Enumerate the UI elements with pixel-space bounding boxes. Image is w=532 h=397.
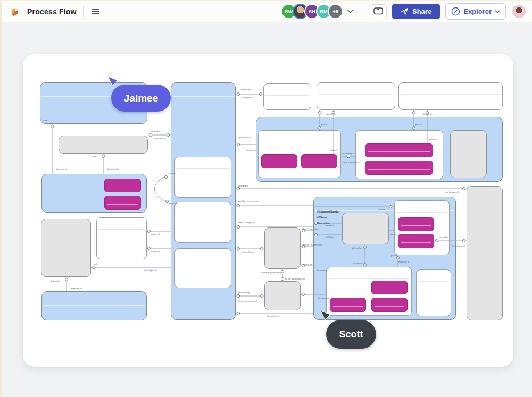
connector-label: subject of [151,233,160,235]
connector-label: adjusted via [154,137,165,140]
connector-label: period of [169,202,177,205]
connector-label: start of [378,208,385,211]
connector-label: enabled via [240,88,251,90]
connector-label: start of [169,172,175,175]
send-icon [401,7,409,15]
connector-label: part of [415,123,421,126]
entity-field: #1 Account Number [317,210,339,213]
connector-label: currently governed by [261,271,281,274]
connector-label: defined for [352,247,362,249]
connector-label: used by / in service to [302,243,322,246]
connector-label: definition of [71,287,81,290]
comment-icon: ” [373,7,383,16]
connector-label: owned by [303,263,312,265]
cursor-pointer-scott [319,309,332,322]
connector-label: an instance of [238,136,251,139]
connector-label: billed for [326,236,334,239]
share-button[interactable]: Share [392,4,440,19]
app-logo-icon[interactable] [10,7,20,16]
connector-label: the location of [445,191,459,193]
connector-label: made a variation of [342,161,360,163]
divider [83,6,84,17]
connector-layer [23,54,513,367]
explore-compass-icon [451,7,460,16]
connector-label: used by / in service to [238,200,259,202]
connector-label: applied to [151,130,160,132]
connector-label: the subject of [144,269,157,272]
connector-label: part of [391,254,397,257]
menu-icon[interactable] [90,6,102,16]
cursor-name-label: Scott [339,329,363,340]
connector-label: the target of [318,297,329,299]
avatar-overflow[interactable]: +8 [328,4,343,19]
connector-label: start of [390,233,396,235]
connector-label: made up of [398,260,409,263]
connector-label: derived from [242,251,254,254]
svg-text:”: ” [376,8,380,14]
connector-label: with [94,263,97,265]
chevron-down-icon [495,10,500,13]
divider [363,6,363,17]
connector-label: default for [326,113,336,115]
connector-label: the owner of [317,269,328,272]
connector-label: from [92,155,96,158]
connector-label: the type of [246,149,256,151]
cursor-name-label: Jaimee [124,92,158,104]
connector-label: for the generation of [238,300,257,302]
top-bar: Process Flow BW SH RM +8 ” [2,1,532,22]
connector-label: from [43,119,47,122]
connector-label: billed / charged to [238,221,255,224]
connector-label: on altering of [342,152,354,155]
connector-label: default for [423,113,433,115]
comments-button[interactable]: ” [370,4,387,19]
connector-label: subject of [151,250,160,253]
diagram-canvas[interactable]: #1 Account Number #2 Name Description fr… [23,54,513,367]
connector-label: navigated in [242,96,254,99]
cursor-pointer-jaimee [106,75,119,88]
connector-label: the basis for [107,168,119,171]
explorer-label: Explorer [463,7,492,15]
connector-label: defined by [51,280,60,282]
document-title[interactable]: Process Flow [27,7,77,16]
connector-label: billed / charged to [302,227,319,230]
connector-label: billed for [326,224,334,227]
connector-label: governed by [238,291,250,294]
share-label: Share [412,7,431,15]
user-avatar[interactable] [512,5,526,18]
entity-field: #2 Name [317,216,327,219]
connector-label: mode of [329,149,337,151]
collaborator-cursor-scott: Scott [326,320,376,349]
connector-label: set up with [353,261,363,264]
connector-label: for the governance of [285,277,305,280]
connector-label: mode of [429,138,437,141]
collaborator-cursor-jaimee: Jaimee [111,85,171,112]
connector-label: part of [321,123,327,126]
collaborator-avatars[interactable]: BW SH RM +8 [281,4,343,19]
connector-label: the context of [267,315,279,317]
app-window: Process Flow BW SH RM +8 ” [0,0,532,397]
connector-label: located at [439,236,448,239]
explorer-button[interactable]: Explorer [445,3,506,20]
chevron-down-icon[interactable] [347,10,353,13]
connector-label: provided at [238,184,248,187]
connector-label: the location of [452,244,465,247]
connector-label: the basis for [56,168,68,171]
